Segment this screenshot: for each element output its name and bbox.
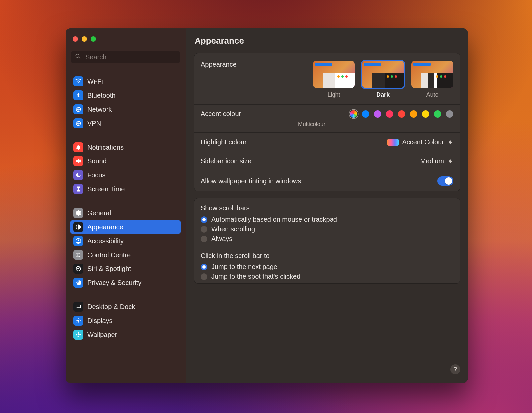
highlight-value: Accent Colour: [402, 138, 444, 146]
click-scroll-option-spot[interactable]: Jump to the spot that's clicked: [201, 272, 453, 281]
search-field[interactable]: [71, 51, 180, 63]
sun-icon: [73, 316, 83, 326]
sidebar-item-screentime[interactable]: Screen Time: [70, 182, 181, 196]
flower-icon: [73, 330, 83, 340]
accent-label: Accent colour: [201, 110, 241, 118]
sidebar-item-focus[interactable]: Focus: [70, 168, 181, 182]
sidebar-item-siri[interactable]: Siri & Spotlight: [70, 262, 181, 276]
sidebar-item-wifi[interactable]: Wi-Fi: [70, 74, 181, 88]
appearance-panel: Appearance LightDarkAuto Accent colour M…: [194, 53, 460, 191]
search-input[interactable]: [85, 53, 176, 61]
accent-yellow[interactable]: [422, 110, 429, 118]
sidebar-item-label: Accessibility: [87, 237, 124, 245]
click-scroll-option-page[interactable]: Jump to the next page: [201, 262, 453, 272]
accent-graphite[interactable]: [446, 110, 453, 118]
sidebar-item-network[interactable]: Network: [70, 102, 181, 116]
accent-orange[interactable]: [410, 110, 417, 118]
content-pane: Appearance Appearance LightDarkAuto Acce…: [186, 28, 468, 383]
help-button[interactable]: ?: [450, 364, 460, 374]
scrollbars-group: Show scroll bars Automatically based on …: [194, 198, 460, 246]
system-settings-window: Wi-FiBluetoothNetworkVPNNotificationsSou…: [66, 28, 468, 383]
sidebar-item-label: Siri & Spotlight: [87, 265, 131, 273]
hourglass-icon: [73, 184, 83, 194]
theme-thumb-auto: [411, 61, 453, 88]
click-scroll-title: Click in the scroll bar to: [201, 252, 453, 259]
accent-caption: Multicolour: [201, 121, 453, 128]
close-button[interactable]: [73, 36, 78, 42]
window-controls: [66, 32, 186, 44]
sidebar-item-label: VPN: [87, 120, 101, 127]
tinting-label: Allow wallpaper tinting in windows: [201, 177, 301, 185]
sidebar-item-appearance[interactable]: Appearance: [70, 220, 181, 234]
bluetooth-icon: [73, 90, 83, 100]
radio-label: Jump to the spot that's clicked: [211, 273, 300, 280]
sliders-icon: [73, 250, 83, 260]
accent-green[interactable]: [434, 110, 441, 118]
tinting-toggle[interactable]: [437, 176, 453, 186]
hand-icon: [73, 278, 83, 288]
bell-icon: [73, 142, 83, 152]
accent-purple[interactable]: [374, 110, 381, 118]
accent-row: Accent colour Multicolour: [194, 104, 460, 132]
theme-thumb-dark: [362, 61, 404, 88]
highlight-swatch-icon: [387, 139, 399, 146]
theme-option-light[interactable]: Light: [313, 61, 355, 98]
sidebar: Wi-FiBluetoothNetworkVPNNotificationsSou…: [66, 28, 186, 383]
minimize-button[interactable]: [82, 36, 87, 42]
sidebar-item-general[interactable]: General: [70, 206, 181, 220]
speaker-icon: [73, 156, 83, 166]
sidebar-item-wallpaper[interactable]: Wallpaper: [70, 328, 181, 342]
stepper-icon: [447, 139, 453, 146]
scrollbars-option-always[interactable]: Always: [201, 234, 453, 244]
sidebar-item-label: Appearance: [87, 223, 123, 231]
radio-indicator: [201, 226, 207, 233]
fullscreen-button[interactable]: [91, 36, 96, 42]
accent-blue[interactable]: [362, 110, 369, 118]
sidebar-item-label: General: [87, 209, 111, 217]
accent-red[interactable]: [398, 110, 405, 118]
theme-option-dark[interactable]: Dark: [362, 61, 404, 98]
highlight-select[interactable]: Accent Colour: [387, 138, 453, 146]
sidebar-item-accessibility[interactable]: Accessibility: [70, 234, 181, 248]
radio-label: Always: [211, 235, 232, 243]
radio-indicator: [201, 216, 207, 223]
sidebar-item-privacy[interactable]: Privacy & Security: [70, 276, 181, 290]
radio-label: When scrolling: [211, 225, 255, 233]
appearance-label: Appearance: [201, 61, 237, 68]
sidebar-item-controlcentre[interactable]: Control Centre: [70, 248, 181, 262]
tinting-row: Allow wallpaper tinting in windows: [194, 171, 460, 191]
theme-option-auto[interactable]: Auto: [411, 61, 453, 98]
sidebar-item-notifications[interactable]: Notifications: [70, 140, 181, 154]
dock-icon: [73, 302, 83, 312]
scrollbars-option-scroll[interactable]: When scrolling: [201, 224, 453, 234]
sidebar-item-displays[interactable]: Displays: [70, 314, 181, 328]
sidebar-icon-size-select[interactable]: Medium: [420, 157, 453, 165]
globe-icon: [73, 118, 83, 128]
theme-caption: Light: [313, 91, 355, 98]
sidebar-item-label: Wi-Fi: [87, 78, 103, 85]
radio-label: Automatically based on mouse or trackpad: [211, 216, 337, 223]
sidebar-item-label: Wallpaper: [87, 331, 117, 339]
accent-pink[interactable]: [386, 110, 393, 118]
sidebar-item-label: Privacy & Security: [87, 279, 141, 287]
accent-multicolour[interactable]: [350, 110, 357, 118]
gear-icon: [73, 208, 83, 218]
highlight-row: Highlight colour Accent Colour: [194, 132, 460, 152]
sidebar-item-label: Screen Time: [87, 185, 125, 193]
sidebar-item-bluetooth[interactable]: Bluetooth: [70, 88, 181, 102]
person-icon: [73, 236, 83, 246]
scrollbars-title: Show scroll bars: [201, 204, 453, 212]
sidebar-icon-size-row: Sidebar icon size Medium: [194, 152, 460, 171]
contrast-icon: [73, 222, 83, 232]
scrollbars-option-auto[interactable]: Automatically based on mouse or trackpad: [201, 215, 453, 224]
sidebar-item-label: Desktop & Dock: [87, 303, 135, 311]
sidebar-list[interactable]: Wi-FiBluetoothNetworkVPNNotificationsSou…: [66, 68, 186, 383]
sidebar-item-label: Notifications: [87, 144, 124, 151]
radio-label: Jump to the next page: [211, 263, 277, 271]
sidebar-item-sound[interactable]: Sound: [70, 154, 181, 168]
theme-caption: Dark: [362, 91, 404, 98]
desktop-background: Wi-FiBluetoothNetworkVPNNotificationsSou…: [0, 0, 532, 413]
sidebar-item-desktopdock[interactable]: Desktop & Dock: [70, 300, 181, 314]
appearance-row: Appearance LightDarkAuto: [194, 53, 460, 104]
sidebar-item-vpn[interactable]: VPN: [70, 116, 181, 130]
